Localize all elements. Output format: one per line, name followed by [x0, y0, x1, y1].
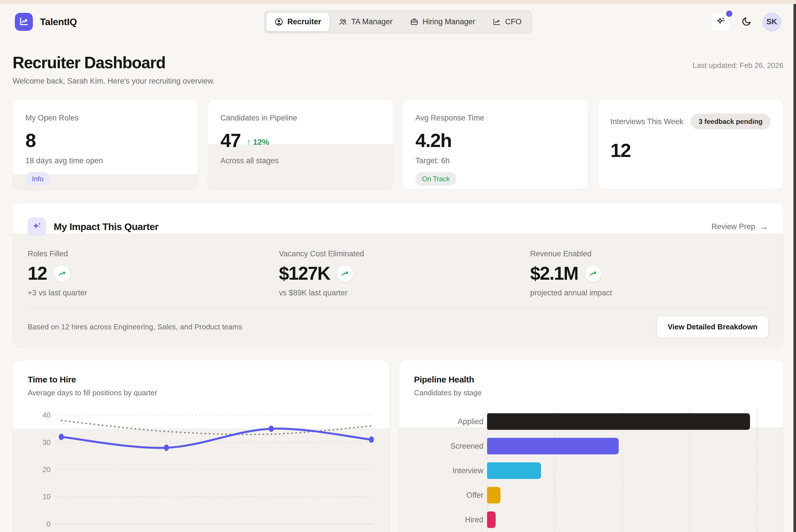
trend-up-icon [54, 265, 70, 282]
metric-roles-filled: Roles Filled 12 +3 vs last quarter [28, 249, 279, 298]
briefcase-icon [410, 17, 419, 26]
stat-label: Interviews This Week [610, 117, 683, 126]
bar-label: Screened [414, 442, 484, 451]
bar-label: Offer [414, 491, 484, 500]
y-tick: 30 [42, 438, 51, 446]
line-gridlines: 010203040 [42, 411, 374, 528]
review-prep-label: Review Prep [712, 222, 755, 231]
bar-label: Interview [414, 467, 484, 475]
avatar-initials: SK [766, 17, 777, 26]
app-logo [15, 13, 33, 31]
window-top-strip [0, 0, 796, 4]
moon-icon [741, 16, 752, 28]
pipeline-health-card: Pipeline Health Candidates by stage Appl… [399, 360, 783, 532]
metric-sub: vs $89K last quarter [279, 288, 530, 298]
trend-up-icon [585, 265, 601, 282]
brand: TalentIQ [15, 13, 77, 31]
tab-label: Recruiter [287, 17, 321, 26]
sparkles-icon [716, 16, 726, 27]
chart-line-icon [493, 17, 501, 26]
stat-sub: Target: 6h [415, 156, 575, 165]
status-badge: On Track [415, 172, 456, 186]
bar-row-offer: Offer [487, 487, 757, 504]
tab-label: TA Manager [351, 17, 393, 26]
trend-up-icon [337, 265, 353, 282]
stat-value: 4.2h [415, 129, 451, 151]
role-switcher: Recruiter TA Manager [264, 10, 532, 34]
stat-cards-row: My Open Roles 8 18 days avg time open In… [13, 99, 783, 190]
y-tick: 10 [42, 493, 51, 500]
view-breakdown-button[interactable]: View Detailed Breakdown [657, 316, 768, 338]
ai-assistant-button[interactable] [712, 13, 730, 32]
chart-subtitle: Average days to fill positions by quarte… [28, 388, 375, 397]
bar-chart: Applied Screened Interview Offer Hired [487, 413, 757, 528]
bar-row-applied: Applied [487, 413, 757, 430]
bar-label: Applied [414, 417, 484, 426]
avatar[interactable]: SK [762, 13, 781, 32]
tab-label: CFO [505, 17, 522, 26]
line-chart: 010203040Q1 '24Q2 '24Q3 '24Q4 '24 [28, 406, 375, 532]
stat-card-response-time: Avg Response Time 4.2h Target: 6h On Tra… [402, 99, 588, 190]
metric-vacancy-cost: Vacancy Cost Eliminated $127K vs $89K la… [279, 249, 530, 298]
metric-sub: +3 vs last quarter [28, 288, 279, 298]
chart-trending-up-icon [19, 16, 29, 28]
stat-card-candidates: Candidates in Pipeline 47 ↑ 12% Across a… [208, 99, 394, 190]
stat-card-interviews: Interviews This Week 3 feedback pending … [598, 99, 783, 190]
bar-row-hired: Hired [487, 511, 757, 528]
stat-sub: Across all stages [221, 156, 381, 165]
user-circle-icon [274, 17, 283, 26]
page-title: Recruiter Dashboard [13, 53, 215, 72]
bar-applied[interactable] [487, 413, 750, 430]
users-icon [338, 17, 347, 26]
stat-label: My Open Roles [25, 114, 186, 122]
sparkles-icon [28, 217, 46, 236]
tab-hiring-manager[interactable]: Hiring Manager [402, 13, 484, 31]
stat-label: Candidates in Pipeline [221, 114, 381, 122]
bar-offer[interactable] [487, 487, 500, 504]
stat-value: 8 [25, 129, 35, 151]
impact-footnote: Based on 12 hires across Engineering, Sa… [28, 323, 242, 331]
stat-value: 47 [221, 129, 241, 151]
notification-dot [726, 11, 732, 17]
feedback-pending-pill[interactable]: 3 feedback pending [691, 114, 771, 130]
metric-value: 12 [28, 263, 47, 284]
impact-title: My Impact This Quarter [54, 221, 158, 232]
bar-interview[interactable] [487, 462, 541, 479]
dark-mode-toggle[interactable] [738, 14, 754, 30]
stat-label: Avg Response Time [415, 114, 575, 122]
tab-recruiter[interactable]: Recruiter [266, 13, 329, 31]
y-tick: 0 [46, 520, 51, 528]
bar-row-interview: Interview [487, 462, 757, 479]
metric-sub: projected annual impact [530, 288, 768, 298]
metric-label: Vacancy Cost Eliminated [279, 249, 530, 258]
y-tick: 20 [42, 466, 51, 474]
tab-label: Hiring Manager [422, 17, 475, 26]
tab-ta-manager[interactable]: TA Manager [330, 13, 401, 31]
bar-row-screened: Screened [487, 438, 757, 454]
bar-hired[interactable] [487, 511, 496, 528]
metric-revenue-enabled: Revenue Enabled $2.1M projected annual i… [530, 249, 768, 298]
page-header: Recruiter Dashboard Welcome back, Sarah … [13, 53, 783, 86]
status-badge: Info [25, 172, 50, 186]
delta-up: ↑ 12% [247, 137, 269, 147]
chart-subtitle: Candidates by stage [414, 388, 768, 397]
bar-screened[interactable] [487, 438, 619, 454]
time-to-hire-card: Time to Hire Average days to fill positi… [13, 360, 390, 532]
metric-label: Roles Filled [28, 249, 279, 258]
tab-cfo[interactable]: CFO [485, 13, 530, 31]
metric-value: $127K [279, 263, 330, 284]
impact-card: My Impact This Quarter Review Prep → Rol… [13, 203, 783, 347]
page-subtitle: Welcome back, Sarah Kim. Here's your rec… [13, 77, 215, 86]
right-edge-scrollbar [793, 4, 796, 532]
metric-label: Revenue Enabled [530, 249, 768, 258]
main-content: Recruiter Dashboard Welcome back, Sarah … [0, 53, 796, 532]
chart-title: Pipeline Health [414, 375, 768, 384]
last-updated: Last updated: Feb 26, 2026 [693, 61, 783, 86]
stat-sub: 18 days avg time open [25, 156, 186, 165]
review-prep-link[interactable]: Review Prep → [712, 222, 768, 231]
nav-actions: SK [712, 13, 781, 32]
charts-row: Time to Hire Average days to fill positi… [13, 360, 783, 532]
stat-card-open-roles: My Open Roles 8 18 days avg time open In… [13, 99, 198, 190]
metric-value: $2.1M [530, 263, 578, 284]
top-nav: TalentIQ Recruiter TA Man [0, 4, 796, 40]
